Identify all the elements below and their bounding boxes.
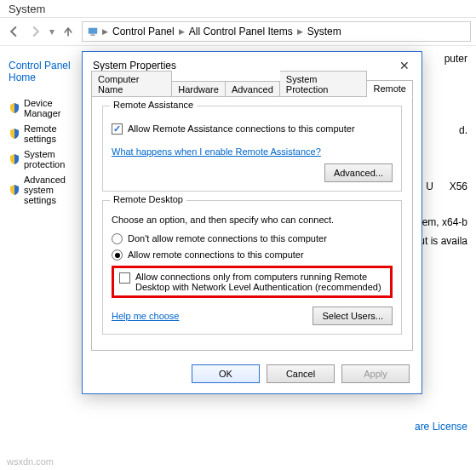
window-title: System (0, 0, 476, 17)
chevron-right-icon[interactable]: ▶ (178, 27, 186, 36)
shield-icon (9, 102, 20, 114)
tab-advanced[interactable]: Advanced (226, 81, 280, 97)
crumb-system[interactable]: System (306, 26, 343, 37)
group-remote-assistance: Remote Assistance Allow Remote Assistanc… (102, 106, 402, 192)
shield-icon (9, 184, 20, 196)
sidebar-item-device-manager[interactable]: Device Manager (9, 95, 81, 121)
bg-text: X56 (450, 181, 467, 192)
svg-rect-1 (90, 35, 95, 36)
sidebar-label: Remote settings (24, 123, 81, 144)
control-panel-home-link[interactable]: Control Panel Home (9, 54, 81, 89)
close-icon[interactable]: ✕ (396, 59, 413, 72)
chevron-right-icon[interactable]: ▶ (296, 27, 304, 36)
select-users-button[interactable]: Select Users... (313, 307, 393, 325)
bg-text: puter (444, 53, 467, 65)
computer-icon (86, 25, 100, 38)
nav-bar: ▾ ▶ Control Panel ▶ All Control Panel It… (0, 17, 476, 46)
dont-allow-radio[interactable] (112, 233, 123, 244)
chevron-right-icon[interactable]: ▶ (101, 27, 109, 36)
ok-button[interactable]: OK (192, 364, 260, 383)
allow-remote-assistance-label: Allow Remote Assistance connections to t… (128, 123, 355, 134)
cancel-button[interactable]: Cancel (267, 364, 335, 383)
dialog-button-row: OK Cancel Apply (83, 358, 422, 393)
bg-text: U (426, 181, 433, 192)
remote-desktop-desc: Choose an option, and then specify who c… (112, 215, 393, 225)
sidebar-item-advanced[interactable]: Advanced system settings (9, 172, 81, 208)
shield-icon (9, 153, 20, 165)
dialog-title: System Properties (93, 60, 176, 72)
up-arrow-icon[interactable] (60, 23, 77, 40)
breadcrumb-bar[interactable]: ▶ Control Panel ▶ All Control Panel Item… (82, 21, 471, 42)
what-happens-link[interactable]: What happens when I enable Remote Assist… (112, 146, 321, 157)
tab-hardware[interactable]: Hardware (172, 81, 226, 97)
group-remote-desktop: Remote Desktop Choose an option, and the… (102, 200, 402, 335)
group-title: Remote Desktop (110, 194, 186, 204)
tab-remote[interactable]: Remote (367, 80, 413, 97)
allow-remote-label: Allow remote connections to this compute… (128, 249, 304, 260)
nla-checkbox[interactable] (119, 272, 130, 284)
history-chevron-icon[interactable]: ▾ (49, 26, 54, 37)
system-properties-dialog: System Properties ✕ Computer Name Hardwa… (82, 51, 422, 394)
shield-icon (9, 128, 20, 140)
sidebar-label: Device Manager (24, 98, 81, 118)
bg-text: d. (459, 124, 467, 136)
tab-system-protection[interactable]: System Protection (280, 71, 368, 97)
tab-strip: Computer Name Hardware Advanced System P… (83, 77, 422, 96)
crumb-all-items[interactable]: All Control Panel Items (187, 26, 295, 37)
watermark: wsxdn.com (7, 456, 54, 467)
tab-computer-name[interactable]: Computer Name (91, 71, 172, 97)
crumb-control-panel[interactable]: Control Panel (111, 26, 176, 37)
nla-label: Allow connections only from computers ru… (135, 272, 385, 292)
dont-allow-label: Don't allow remote connections to this c… (128, 233, 327, 244)
group-title: Remote Assistance (110, 100, 197, 110)
advanced-button[interactable]: Advanced... (324, 163, 393, 182)
apply-button[interactable]: Apply (341, 364, 410, 383)
tab-body-remote: Remote Assistance Allow Remote Assistanc… (91, 96, 413, 351)
back-arrow-icon[interactable] (5, 23, 22, 40)
nla-highlight: Allow connections only from computers ru… (112, 266, 393, 298)
sidebar-label: Advanced system settings (24, 175, 81, 205)
svg-rect-0 (89, 28, 98, 34)
sidebar-item-remote-settings[interactable]: Remote settings (9, 121, 81, 146)
allow-remote-assistance-checkbox[interactable] (112, 123, 123, 135)
allow-remote-radio[interactable] (112, 249, 123, 261)
sidebar-label: System protection (24, 149, 81, 169)
sidebar: Control Panel Home Device Manager Remote… (0, 46, 81, 208)
help-me-choose-link[interactable]: Help me choose (112, 311, 180, 321)
bg-link[interactable]: are License (415, 421, 467, 433)
forward-arrow-icon[interactable] (27, 23, 44, 40)
sidebar-item-system-protection[interactable]: System protection (9, 146, 81, 172)
